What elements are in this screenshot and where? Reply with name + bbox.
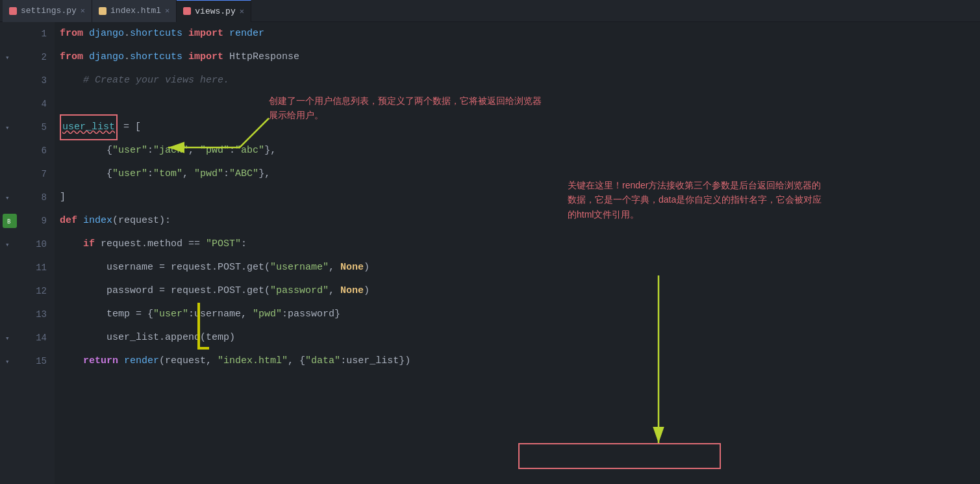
tab-views-close[interactable]: ✕ bbox=[240, 6, 244, 16]
module-django-1: django bbox=[89, 22, 124, 45]
annotation-2: 关键在这里！render方法接收第三个参数是后台返回给浏览器的数据，它是一个字典… bbox=[568, 178, 866, 222]
tab-index-label: index.html bbox=[110, 6, 161, 16]
gutter-line-3: 3 bbox=[0, 69, 55, 92]
var-user-list: user_list bbox=[60, 114, 118, 140]
gutter-line-4: 4 bbox=[0, 92, 55, 116]
fold-arrow-14[interactable]: ▾ bbox=[5, 334, 10, 342]
none-11: None bbox=[340, 256, 364, 279]
annotation-2-text: 关键在这里！render方法接收第三个参数是后台返回给浏览器的数据，它是一个字典… bbox=[568, 180, 822, 220]
line-number-14: 14 bbox=[36, 333, 47, 343]
tab-settings-label: settings.py bbox=[21, 6, 77, 16]
func-index: index bbox=[83, 209, 112, 233]
gutter-line-15: ▾ 15 bbox=[0, 350, 55, 373]
svg-text:B: B bbox=[7, 218, 10, 225]
views-icon bbox=[183, 7, 191, 15]
tab-bar: settings.py ✕ index.html ✕ views.py ✕ bbox=[0, 0, 980, 22]
keyword-if: if bbox=[83, 233, 101, 256]
keyword-def: def bbox=[60, 209, 83, 233]
tab-settings[interactable]: settings.py ✕ bbox=[3, 0, 92, 22]
line-number-7: 7 bbox=[42, 169, 47, 179]
gutter-line-2: ▾ 2 bbox=[0, 45, 55, 69]
line-number-1: 1 bbox=[42, 29, 47, 39]
fold-arrow-10[interactable]: ▾ bbox=[5, 240, 10, 249]
tab-index[interactable]: index.html ✕ bbox=[92, 0, 177, 22]
fold-arrow-5[interactable]: ▾ bbox=[5, 123, 10, 132]
code-line-2: from django.shortcuts import HttpRespons… bbox=[60, 45, 980, 69]
line-gutter: 1 ▾ 2 3 4 ▾ 5 6 7 ▾ 8 bbox=[0, 22, 55, 484]
tab-settings-close[interactable]: ✕ bbox=[81, 6, 85, 16]
gutter-line-5: ▾ 5 bbox=[0, 116, 55, 139]
gutter-line-8: ▾ 8 bbox=[0, 186, 55, 209]
gutter-line-11: 11 bbox=[0, 256, 55, 279]
none-12: None bbox=[340, 279, 364, 303]
comment-3: # Create your views here. bbox=[60, 69, 229, 92]
line15-highlight-box bbox=[518, 443, 721, 469]
line-number-8: 8 bbox=[42, 192, 47, 203]
gutter-line-9: ▾ B 9 bbox=[0, 209, 55, 233]
code-line-13: temp = {"user":username, "pwd":password} bbox=[60, 303, 980, 326]
gutter-line-6: 6 bbox=[0, 139, 55, 162]
line-number-12: 12 bbox=[36, 286, 47, 296]
gutter-line-14: ▾ 14 bbox=[0, 326, 55, 350]
fold-arrow-8[interactable]: ▾ bbox=[5, 194, 10, 202]
gutter-line-1: 1 bbox=[0, 22, 55, 45]
code-line-11: username = request.POST.get("username", … bbox=[60, 256, 980, 279]
code-line-3: # Create your views here. bbox=[60, 69, 980, 92]
annotation-1: 创建了一个用户信息列表，预定义了两个数据，它将被返回给浏览器展示给用户。 bbox=[269, 94, 607, 123]
index-icon bbox=[99, 7, 107, 15]
tab-index-close[interactable]: ✕ bbox=[165, 6, 170, 16]
gutter-line-7: 7 bbox=[0, 162, 55, 186]
settings-icon bbox=[9, 7, 17, 15]
fold-arrow-2[interactable]: ▾ bbox=[5, 53, 10, 62]
annotation-1-text: 创建了一个用户信息列表，预定义了两个数据，它将被返回给浏览器展示给用户。 bbox=[269, 96, 542, 120]
code-line-12: password = request.POST.get("password", … bbox=[60, 279, 980, 303]
keyword-from-2: from bbox=[60, 45, 89, 69]
func-render: render bbox=[229, 22, 264, 45]
line-number-3: 3 bbox=[42, 75, 47, 86]
keyword-import-1: import bbox=[188, 22, 229, 45]
gutter-line-12: 12 bbox=[0, 279, 55, 303]
tab-views-label: views.py bbox=[195, 6, 235, 16]
code-line-10: if request.method == "POST": bbox=[60, 233, 980, 256]
keyword-from-1: from bbox=[60, 22, 89, 45]
line-number-10: 10 bbox=[36, 239, 47, 249]
code-line-14: user_list.append(temp) bbox=[60, 326, 980, 350]
gutter-line-10: ▾ 10 bbox=[0, 233, 55, 256]
func-render-call: render bbox=[124, 350, 159, 373]
line-number-4: 4 bbox=[42, 99, 47, 109]
line-number-9: 9 bbox=[42, 216, 47, 226]
keyword-return: return bbox=[83, 350, 124, 373]
code-line-6: {"user":"jack", "pwd":"abc"}, bbox=[60, 139, 980, 162]
tab-views[interactable]: views.py ✕ bbox=[177, 0, 251, 22]
line-number-2: 2 bbox=[42, 52, 47, 62]
line-number-15: 15 bbox=[36, 356, 47, 366]
gutter-line-13: 13 bbox=[0, 303, 55, 326]
line-number-6: 6 bbox=[42, 146, 47, 156]
line-number-5: 5 bbox=[42, 122, 47, 133]
keyword-import-2: import bbox=[188, 45, 229, 69]
line-number-11: 11 bbox=[36, 262, 47, 273]
bookmark-9: B bbox=[3, 214, 17, 228]
editor: 1 ▾ 2 3 4 ▾ 5 6 7 ▾ 8 bbox=[0, 22, 980, 484]
code-area: from django.shortcuts import render from… bbox=[55, 22, 980, 484]
code-line-1: from django.shortcuts import render bbox=[60, 22, 980, 45]
code-line-15: return render(request, "index.html", {"d… bbox=[60, 350, 980, 373]
module-django-2: django bbox=[89, 45, 124, 69]
line-number-13: 13 bbox=[36, 309, 47, 320]
fold-arrow-15[interactable]: ▾ bbox=[5, 357, 10, 366]
